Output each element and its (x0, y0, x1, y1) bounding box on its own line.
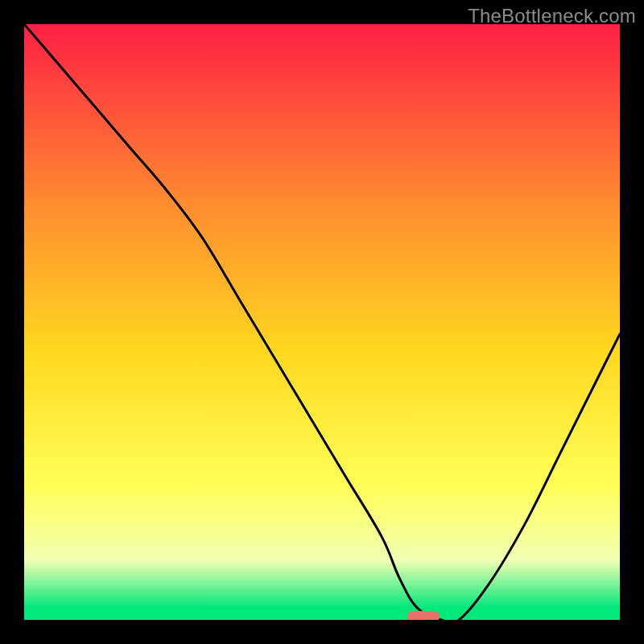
bottleneck-curve (24, 24, 620, 620)
plot-area (24, 24, 620, 620)
optimal-marker (407, 611, 440, 620)
chart-frame: TheBottleneck.com (0, 0, 644, 644)
